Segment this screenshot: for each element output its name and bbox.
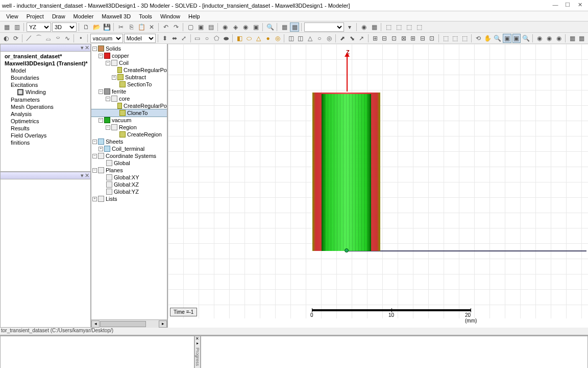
tree-op[interactable]: CreateRegularPo — [91, 102, 167, 109]
project-root[interactable]: or_transient_dataset* — [3, 53, 88, 60]
cone-icon[interactable]: △ — [254, 34, 263, 43]
close-panel-icon[interactable]: ✕ — [85, 172, 89, 179]
tree-global[interactable]: Global — [91, 159, 167, 167]
tree-op[interactable]: CreateRegularPo — [91, 66, 167, 74]
tree-op-selected[interactable]: CloneTo — [91, 109, 167, 117]
tree-vacuum[interactable]: −vacuum — [91, 117, 167, 124]
new-icon[interactable]: 🗋 — [82, 22, 91, 32]
dims-select[interactable]: 3D — [52, 22, 77, 32]
tool-icon[interactable]: ▦ — [280, 22, 289, 32]
menu-project[interactable]: Project — [22, 13, 48, 19]
tool-icon[interactable]: ◫ — [287, 34, 296, 43]
scroll-thumb[interactable] — [100, 321, 146, 327]
tool-icon[interactable]: ▦ — [290, 22, 299, 32]
tree-coilterm[interactable]: +Coil_terminal — [91, 145, 167, 152]
tool-icon[interactable]: △ — [306, 34, 314, 43]
tree-plane[interactable]: Global:XY — [91, 174, 167, 181]
menu-tools[interactable]: Tools — [135, 13, 156, 19]
proj-item[interactable]: Field Overlays — [3, 132, 88, 139]
proj-item[interactable]: Parameters — [3, 96, 88, 103]
tree-coordsys[interactable]: −Coordinate Systems — [91, 152, 167, 159]
tree-lists[interactable]: +Lists — [91, 195, 167, 202]
pin-icon[interactable]: ▸ — [197, 341, 199, 346]
line-icon[interactable]: ／ — [25, 34, 34, 43]
proj-item[interactable]: Mesh Operations — [3, 103, 88, 110]
tool-icon[interactable]: ⬚ — [414, 22, 424, 32]
tool-icon[interactable]: ↗ — [357, 34, 366, 43]
design-node[interactable]: Maxwell3DDesign1 (Transient)* — [3, 60, 88, 67]
dropdown-icon[interactable]: ▾ — [345, 22, 354, 32]
pan-icon[interactable]: ✋ — [483, 34, 492, 43]
tree-sheets[interactable]: −Sheets — [91, 138, 167, 145]
tree-ferrite[interactable]: −ferrite — [91, 88, 167, 95]
proj-item[interactable]: Analysis — [3, 110, 88, 118]
tool-icon[interactable]: ⬚ — [404, 22, 413, 32]
tree-plane[interactable]: Global:XZ — [91, 181, 167, 188]
tree-planes[interactable]: −Planes — [91, 167, 167, 174]
tree-coil[interactable]: −Coil — [91, 59, 167, 66]
menu-window[interactable]: Window — [156, 13, 184, 19]
proj-item[interactable]: Model — [3, 67, 88, 74]
save-icon[interactable]: 💾 — [102, 22, 111, 32]
proj-item[interactable]: finitions — [3, 139, 88, 146]
rotate-icon[interactable]: ⟲ — [474, 34, 482, 43]
combo[interactable] — [304, 22, 344, 32]
pin-icon[interactable]: ▾ — [81, 44, 84, 51]
tool-icon[interactable]: ◫ — [296, 34, 305, 43]
tool-icon[interactable]: ▦ — [2, 22, 11, 32]
tool-icon[interactable]: ▦ — [578, 34, 586, 43]
tool-icon[interactable]: ◉ — [535, 34, 544, 43]
tree-op[interactable]: CreateRegion — [91, 131, 167, 138]
tool-icon[interactable]: ⊟ — [380, 34, 389, 43]
copy-icon[interactable]: ⎘ — [127, 22, 136, 32]
proj-item[interactable]: Optimetrics — [3, 118, 88, 125]
proj-item-winding[interactable]: 🔲 Winding — [3, 88, 88, 96]
tool-icon[interactable]: ⬊ — [348, 34, 356, 43]
box-icon[interactable]: ◧ — [235, 34, 244, 43]
tool-icon[interactable]: ⬚ — [384, 22, 393, 32]
tool-icon[interactable]: ⊞ — [409, 34, 418, 43]
torus-icon[interactable]: ◎ — [273, 34, 282, 43]
open-icon[interactable]: 📂 — [92, 22, 101, 32]
tool-icon[interactable]: ▥ — [12, 22, 21, 32]
tool-icon[interactable]: ⊞ — [371, 34, 380, 43]
menu-modeler[interactable]: Modeler — [69, 13, 98, 19]
message-pane[interactable] — [0, 336, 194, 368]
maximize-button[interactable]: ☐ — [561, 2, 574, 10]
fit-icon[interactable]: ▣ — [503, 34, 511, 43]
cylinder-icon[interactable]: ⬭ — [245, 34, 254, 43]
tool-icon[interactable]: ◎ — [325, 34, 333, 43]
zoom-icon[interactable]: 🔍 — [522, 34, 530, 43]
selectmode-select[interactable]: Model — [124, 34, 156, 43]
arc-icon[interactable]: ⌒ — [35, 34, 43, 43]
rect-icon[interactable]: ▭ — [193, 34, 202, 43]
tool-icon[interactable]: ◉ — [545, 34, 554, 43]
tool-icon[interactable]: ▢ — [186, 22, 195, 32]
proj-item[interactable]: Boundaries — [3, 74, 88, 81]
ellipse-icon[interactable]: ⬬ — [222, 34, 230, 43]
tool-icon[interactable]: ◉ — [554, 34, 563, 43]
tool-icon[interactable]: ⬚ — [451, 34, 459, 43]
tool-icon[interactable]: ⬚ — [394, 22, 403, 32]
tree-copper[interactable]: −copper — [91, 52, 167, 59]
tool-icon[interactable]: ⬌ — [170, 34, 179, 43]
arc-icon[interactable]: ⌓ — [44, 34, 53, 43]
tool-icon[interactable]: ◉ — [241, 22, 250, 32]
redo-icon[interactable]: ↷ — [172, 22, 181, 32]
tree-plane[interactable]: Global:YZ — [91, 188, 167, 195]
proj-item[interactable]: Excitations — [3, 81, 88, 88]
tool-icon[interactable]: ▦ — [568, 34, 577, 43]
menu-view[interactable]: View — [2, 13, 22, 19]
tool-icon[interactable]: ⬚ — [442, 34, 450, 43]
plane-select[interactable]: YZ — [27, 22, 51, 32]
tool-icon[interactable]: 🔍 — [265, 22, 275, 32]
menu-draw[interactable]: Draw — [48, 13, 69, 19]
circle-icon[interactable]: ○ — [203, 34, 211, 43]
close-button[interactable]: ✕ — [574, 2, 586, 10]
tool-icon[interactable]: ◉ — [359, 22, 369, 32]
tool-icon[interactable]: ⤢ — [180, 34, 188, 43]
tool-icon[interactable]: ⊡ — [428, 34, 436, 43]
tool-icon[interactable]: ○ — [315, 34, 324, 43]
sphere-icon[interactable]: ● — [264, 34, 273, 43]
fit-icon[interactable]: ▣ — [512, 34, 521, 43]
